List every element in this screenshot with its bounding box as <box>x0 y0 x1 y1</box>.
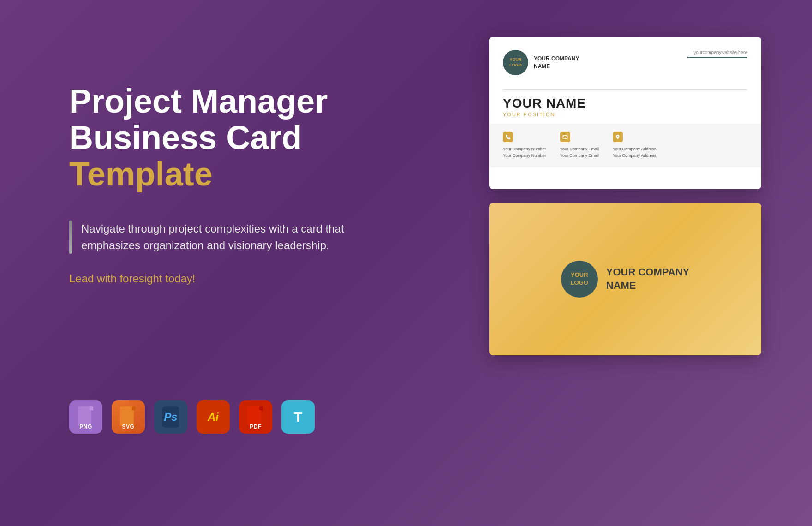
company-name: YOUR COMPANYNAME <box>534 55 579 71</box>
contact-phone-text: Your Company NumberYour Company Number <box>503 146 546 159</box>
title-text-highlight: Template <box>69 155 213 192</box>
card-header: YOURLOGO YOUR COMPANYNAME yourcompanyweb… <box>503 50 747 75</box>
back-logo-text: YOURLOGO <box>571 271 588 287</box>
svg-rect-10 <box>259 406 263 410</box>
format-icon-png[interactable]: PNG <box>69 400 102 434</box>
format-icon-ps[interactable]: Ps <box>154 400 187 434</box>
logo-text: YOURLOGO <box>509 57 522 68</box>
card-divider <box>503 89 747 90</box>
pdf-label: PDF <box>250 424 262 430</box>
svg-rect-2 <box>90 406 93 410</box>
description-block: Navigate through project complexities wi… <box>69 221 346 254</box>
email-icon <box>560 132 570 142</box>
business-card-back: YOURLOGO YOUR COMPANYNAME <box>489 203 761 355</box>
logo-area: YOURLOGO YOUR COMPANYNAME <box>503 50 579 75</box>
description-bar <box>69 221 72 254</box>
contact-address-text: Your Company AddressYour Company Address <box>613 146 656 159</box>
format-icon-ai[interactable]: Ai <box>197 400 230 434</box>
svg-rect-8 <box>247 406 261 426</box>
website-underline <box>687 57 747 58</box>
back-logo-circle: YOURLOGO <box>561 261 598 298</box>
format-icon-pdf[interactable]: PDF <box>239 400 272 434</box>
svg-rect-12 <box>563 136 567 139</box>
right-section: YOURLOGO YOUR COMPANYNAME yourcompanyweb… <box>489 37 775 355</box>
description-text: Navigate through project complexities wi… <box>81 221 346 254</box>
contact-phone: Your Company NumberYour Company Number <box>503 132 546 159</box>
website-url: yourcompanywebsite.here <box>687 50 747 55</box>
format-icon-svg[interactable]: SVG <box>112 400 145 434</box>
format-icons-bar: PNG SVG Ps Ai PDF <box>69 400 315 434</box>
page-title: Project Manager Business Card Template <box>69 83 346 193</box>
svg-label: SVG <box>122 424 135 430</box>
png-label: PNG <box>79 424 92 430</box>
card-contact-section: Your Company NumberYour Company Number Y… <box>489 124 761 167</box>
ps-label: Ps <box>164 411 177 424</box>
website-area: yourcompanywebsite.here <box>687 50 747 58</box>
person-position: YOUR POSITION <box>503 112 747 117</box>
title-text-main: Project Manager Business Card <box>69 83 328 156</box>
contact-email-text: Your Company EmailYour Company Email <box>560 146 599 159</box>
back-logo-area: YOURLOGO YOUR COMPANYNAME <box>561 261 690 298</box>
left-section: Project Manager Business Card Template N… <box>69 83 346 285</box>
business-card-front: YOURLOGO YOUR COMPANYNAME yourcompanyweb… <box>489 37 761 189</box>
svg-rect-5 <box>132 406 136 410</box>
svg-rect-3 <box>120 406 134 426</box>
address-icon <box>613 132 623 142</box>
lead-text: Lead with foresight today! <box>69 272 346 285</box>
back-company-name: YOUR COMPANYNAME <box>606 266 690 292</box>
card-name-section: YOUR NAME YOUR POSITION <box>489 96 761 124</box>
card-top-section: YOURLOGO YOUR COMPANYNAME yourcompanyweb… <box>489 37 761 83</box>
person-name: YOUR NAME <box>503 96 747 111</box>
contact-email: Your Company EmailYour Company Email <box>560 132 599 159</box>
t-label: T <box>294 409 302 425</box>
logo-circle: YOURLOGO <box>503 50 528 75</box>
contact-address: Your Company AddressYour Company Address <box>613 132 656 159</box>
phone-icon <box>503 132 513 142</box>
format-icon-t[interactable]: T <box>281 400 315 434</box>
ai-label: Ai <box>208 411 219 424</box>
svg-rect-0 <box>78 406 91 426</box>
